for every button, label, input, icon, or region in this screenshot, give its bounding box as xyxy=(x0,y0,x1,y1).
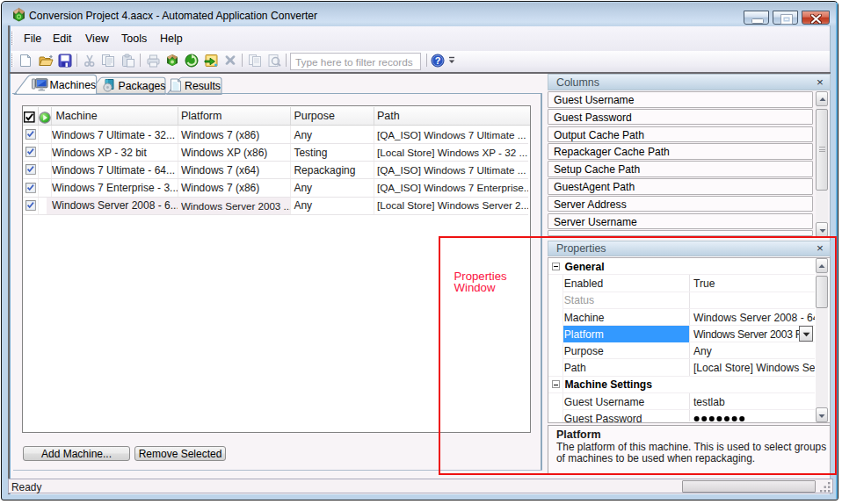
svg-text:?: ? xyxy=(434,55,440,66)
